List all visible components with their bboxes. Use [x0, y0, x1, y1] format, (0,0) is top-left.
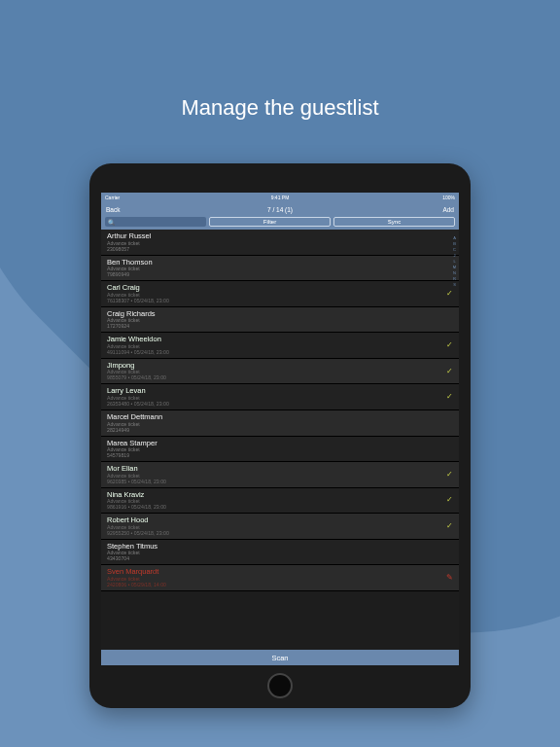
guest-name: Larry Levan: [107, 387, 453, 396]
status-bar: Carrier 9:41 PM 100%: [101, 193, 459, 202]
table-row[interactable]: Arthur RusselAdvance ticket23098057: [101, 230, 459, 256]
status-carrier: Carrier: [105, 195, 120, 200]
nav-title: 7 / 14 (1): [267, 206, 293, 213]
ipad-frame: Carrier 9:41 PM 100% Back 7 / 14 (1) Add…: [89, 163, 471, 708]
scan-label: Scan: [271, 654, 288, 662]
table-row[interactable]: Nina KravizAdvance ticket9861916 • 05/24…: [101, 488, 459, 515]
section-index[interactable]: ABCJLMNRS: [451, 235, 458, 646]
status-battery: 100%: [442, 195, 455, 200]
guest-code: 17270924: [107, 324, 453, 330]
scan-button[interactable]: Scan: [101, 650, 459, 665]
index-letter[interactable]: C: [453, 247, 456, 252]
table-row[interactable]: Marcel DettmannAdvance ticket28214949: [101, 410, 459, 437]
table-row[interactable]: Craig RichardsAdvance ticket17270924: [101, 307, 459, 334]
guest-code: 54579819: [107, 453, 453, 459]
sync-button[interactable]: Sync: [333, 217, 455, 227]
table-row[interactable]: Jamie WheeldonAdvance ticket49111094 • 0…: [101, 333, 459, 359]
home-button[interactable]: [267, 673, 293, 698]
index-letter[interactable]: R: [453, 276, 456, 281]
guest-name: Sven Marquardt: [107, 568, 453, 577]
guest-name: Carl Craig: [107, 284, 453, 293]
table-row[interactable]: Mor ElianAdvance ticket9620385 • 05/24/1…: [101, 462, 459, 488]
guest-code: 26353480 • 05/24/18, 23:00: [107, 402, 453, 408]
status-time: 9:41 PM: [271, 195, 290, 200]
index-letter[interactable]: B: [453, 241, 456, 246]
guest-name: Jamie Wheeldon: [107, 336, 453, 344]
guest-name: Robert Hood: [107, 516, 453, 525]
guest-list[interactable]: Arthur RusselAdvance ticket23098057Ben T…: [101, 230, 459, 650]
table-row[interactable]: JimpongAdvance ticket9855079 • 05/24/18,…: [101, 359, 459, 385]
table-row[interactable]: Stephen TitmusAdvance ticket43430704: [101, 540, 459, 566]
guest-code: 28214949: [107, 428, 453, 434]
guest-name: Jimpong: [107, 362, 453, 371]
guest-name: Mor Elian: [107, 465, 453, 474]
guest-name: Marea Stamper: [107, 440, 453, 448]
search-input[interactable]: 🔍 Q: [105, 217, 206, 227]
toolbar-row: 🔍 Q Filter Sync: [101, 216, 459, 230]
headline: Manage the guestlist: [0, 95, 560, 121]
guest-name: Stephen Titmus: [107, 543, 453, 551]
guest-code: 49111094 • 05/24/18, 23:00: [107, 350, 453, 356]
filter-button[interactable]: Filter: [209, 217, 331, 227]
add-button[interactable]: Add: [442, 206, 454, 213]
guest-code: 9861916 • 05/24/18, 23:00: [107, 505, 453, 511]
table-row[interactable]: Sven MarquardtAdvance ticket2420806 • 05…: [101, 565, 459, 591]
index-letter[interactable]: N: [453, 270, 456, 275]
guest-name: Ben Thomson: [107, 259, 453, 267]
table-row[interactable]: Ben ThomsonAdvance ticket79890949: [101, 256, 459, 282]
guest-name: Marcel Dettmann: [107, 413, 453, 422]
guest-name: Nina Kraviz: [107, 491, 453, 500]
index-letter[interactable]: A: [453, 235, 456, 240]
guest-name: Craig Richards: [107, 310, 453, 319]
guest-code: 2420806 • 05/29/18, 14:00: [107, 583, 453, 588]
back-button[interactable]: Back: [106, 206, 120, 213]
guest-name: Arthur Russel: [107, 232, 453, 241]
table-row[interactable]: Robert HoodAdvance ticket92955250 • 05/2…: [101, 514, 459, 540]
promo-stage: Manage the guestlist Carrier 9:41 PM 100…: [0, 0, 560, 747]
search-icon: 🔍: [108, 219, 115, 226]
guest-code: 9855079 • 05/24/18, 23:00: [107, 375, 453, 381]
app-screen: Carrier 9:41 PM 100% Back 7 / 14 (1) Add…: [101, 193, 459, 665]
guest-code: 43430704: [107, 556, 453, 562]
index-letter[interactable]: L: [453, 259, 455, 264]
guest-code: 9620385 • 05/24/18, 23:00: [107, 480, 453, 485]
guest-code: 79890949: [107, 272, 453, 278]
nav-bar: Back 7 / 14 (1) Add: [101, 202, 459, 216]
index-letter[interactable]: J: [454, 253, 456, 258]
table-row[interactable]: Carl CraigAdvance ticket76138307 • 05/24…: [101, 281, 459, 307]
table-row[interactable]: Marea StamperAdvance ticket54579819: [101, 437, 459, 463]
guest-code: 23098057: [107, 247, 453, 253]
index-letter[interactable]: S: [453, 282, 456, 287]
guest-code: 92955250 • 05/24/18, 23:00: [107, 531, 453, 537]
table-row[interactable]: Larry LevanAdvance ticket26353480 • 05/2…: [101, 384, 459, 410]
guest-code: 76138307 • 05/24/18, 23:00: [107, 299, 453, 304]
index-letter[interactable]: M: [453, 265, 456, 269]
